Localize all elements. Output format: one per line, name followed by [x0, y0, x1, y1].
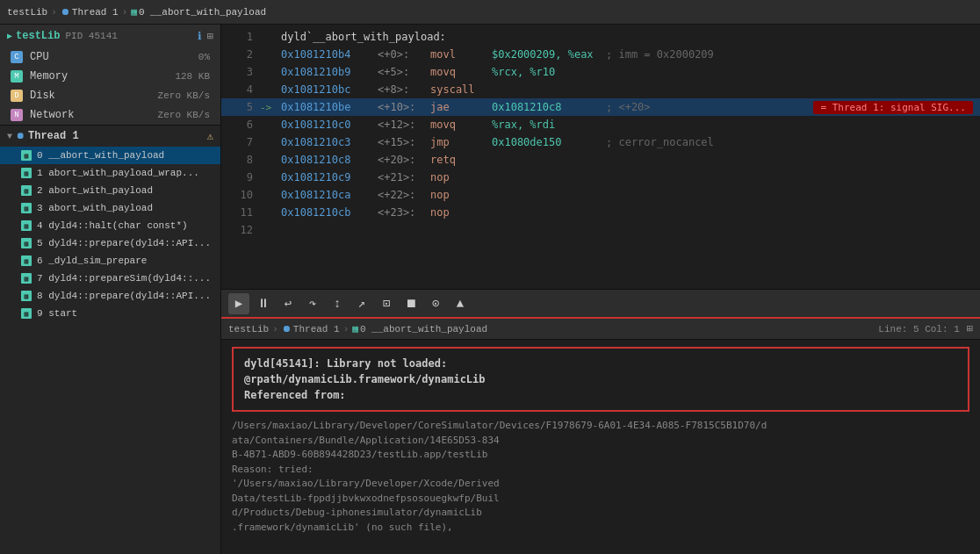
thread-frame-0[interactable]: ▦ 0 __abort_with_payload	[0, 147, 220, 164]
addr-3: 0x1081210b9	[281, 66, 378, 78]
comment-7: ; cerror_nocancel	[606, 136, 973, 148]
addr-8: 0x1081210c8	[281, 154, 378, 166]
continue-button[interactable]: ▶	[228, 293, 249, 314]
step-out-button[interactable]: ↷	[302, 293, 323, 314]
ln-12: 12	[228, 224, 253, 236]
addr-9: 0x1081210c9	[281, 171, 378, 183]
process-pid: PID 45141	[65, 31, 117, 41]
frame-icon-7: ▦	[21, 273, 32, 284]
console-frame-icon: ▦	[352, 323, 358, 335]
record-button[interactable]: ⊙	[425, 293, 446, 314]
frame-label-9: 9 start	[37, 308, 77, 319]
op-5: jae	[430, 101, 492, 113]
process-icon: ▶	[7, 31, 12, 41]
thread-header[interactable]: ▼ ⏺ Thread 1 ⚠	[0, 126, 220, 147]
thread-frame-8[interactable]: ▦ 8 dyld4::prepare(dyld4::API...	[0, 287, 220, 305]
step-over-button[interactable]: ⏸	[253, 293, 274, 314]
info-icon[interactable]: ℹ	[198, 30, 202, 43]
arg1-3: %rcx, %r10	[492, 66, 606, 78]
op-6: movq	[430, 119, 492, 131]
step-thread-button[interactable]: ↗	[351, 293, 372, 314]
asm-func-label: 1 dyld`__abort_with_payload:	[221, 28, 980, 46]
process-info: ▶ testLib PID 45141 ℹ ⊞ C CPU 0% M Memor…	[0, 25, 220, 126]
console-sep2: ›	[343, 324, 349, 335]
thread-frame-5[interactable]: ▦ 5 dyld4::prepare(dyld4::API...	[0, 234, 220, 252]
thread-frame-3[interactable]: ▦ 3 abort_with_payload	[0, 199, 220, 217]
thread-frame-4[interactable]: ▦ 4 dyld4::halt(char const*)	[0, 217, 220, 234]
thread-icon: ⏺	[61, 6, 70, 18]
instruction-step-button[interactable]: ↕	[327, 293, 348, 314]
asm-line-10: 10 0x1081210ca <+22>: nop	[221, 186, 980, 204]
asm-line-4: 4 0x1081210bc <+8>: syscall	[221, 81, 980, 98]
arg1-5: 0x1081210c8	[492, 101, 606, 113]
expand-icon[interactable]: ⊞	[967, 322, 973, 335]
disk-resource-icon: D	[11, 90, 23, 102]
breakpoints-button[interactable]: ⊡	[376, 293, 397, 314]
derived-path-3: d/Products/Debug-iphonesimulator/dynamic…	[232, 506, 969, 521]
off-9: <+21>:	[378, 171, 430, 183]
disassembly-view: 1 dyld`__abort_with_payload: 2 0x1081210…	[221, 25, 980, 289]
stop-button[interactable]: ⏹	[400, 293, 422, 314]
network-resource-icon: N	[11, 109, 23, 121]
error-box: dyld[45141]: Library not loaded: @rpath/…	[232, 347, 969, 412]
path-line-1: /Users/maxiao/Library/Developer/CoreSimu…	[232, 419, 969, 434]
frame-icon-8: ▦	[21, 291, 32, 301]
memory-resource-icon: M	[11, 70, 23, 83]
breadcrumb-sep1: ›	[51, 7, 57, 18]
op-11: nop	[430, 206, 492, 219]
frame-icon-9: ▦	[21, 308, 32, 319]
thread-label: Thread 1	[28, 130, 79, 142]
thread-frame-2[interactable]: ▦ 2 abort_with_payload	[0, 182, 220, 199]
content-area: 1 dyld`__abort_with_payload: 2 0x1081210…	[221, 25, 980, 554]
off-6: <+12>:	[378, 119, 430, 131]
frame-label-3: 3 abort_with_payload	[37, 203, 153, 213]
frame-icon-4: ▦	[21, 220, 32, 231]
thread-frame-1[interactable]: ▦ 1 abort_with_payload_wrap...	[0, 164, 220, 182]
op-10: nop	[430, 189, 492, 201]
cpu-icon[interactable]: ⊞	[207, 30, 213, 43]
view-button[interactable]: ▲	[450, 293, 471, 314]
asm-line-12: 12	[221, 221, 980, 239]
ln-10: 10	[228, 189, 253, 201]
asm-line-7: 7 0x1081210c3 <+15>: jmp 0x1080de150 ; c…	[221, 133, 980, 151]
frame-label-2: 2 abort_with_payload	[37, 185, 153, 196]
asm-line-9: 9 0x1081210c9 <+21>: nop	[221, 169, 980, 186]
asm-line-8: 8 0x1081210c8 <+20>: retq	[221, 151, 980, 169]
process-row: ▶ testLib PID 45141 ℹ ⊞	[0, 25, 220, 47]
ln-2: 2	[228, 48, 253, 61]
thread-frame-9[interactable]: ▦ 9 start	[0, 305, 220, 322]
console-bc-testlib: testLib	[228, 324, 269, 335]
frame-label-8: 8 dyld4::prepare(dyld4::API...	[37, 291, 211, 301]
error-line-1: dyld[45141]: Library not loaded:	[244, 356, 957, 371]
asm-line-5: 5 -> 0x1081210be <+10>: jae 0x1081210c8 …	[221, 98, 980, 116]
asm-line-2: 2 0x1081210b4 <+0>: movl $0x2000209, %ea…	[221, 46, 980, 63]
ln-9: 9	[228, 171, 253, 183]
frame-label-5: 5 dyld4::prepare(dyld4::API...	[37, 238, 211, 248]
op-7: jmp	[430, 136, 492, 148]
arg1-6: %rax, %rdi	[492, 119, 606, 131]
disk-value: Zero KB/s	[158, 90, 210, 101]
top-bar: testLib › ⏺ Thread 1 › ▦ 0 __abort_with_…	[0, 0, 980, 25]
cpu-value: 0%	[198, 52, 210, 62]
off-8: <+20>:	[378, 154, 430, 166]
addr-5: 0x1081210be	[281, 101, 378, 113]
console-bc-func: 0 __abort_with_payload	[360, 324, 487, 335]
path-line-3: B-4B71-ABD9-60B894428D23/testLib.app/tes…	[232, 448, 969, 463]
frame-icon-5: ▦	[21, 238, 32, 248]
thread-circle-icon: ⏺	[16, 131, 25, 141]
thread-frame-7[interactable]: ▦ 7 dyld4::prepareSim(dyld4::...	[0, 270, 220, 287]
frame-label-7: 7 dyld4::prepareSim(dyld4::...	[37, 273, 211, 284]
ln-5: 5	[228, 101, 253, 113]
resource-disk: D Disk Zero KB/s	[0, 86, 220, 105]
console-content: dyld[45141]: Library not loaded: @rpath/…	[221, 340, 980, 554]
chevron-down-icon: ▼	[7, 132, 12, 141]
addr-4: 0x1081210bc	[281, 83, 378, 96]
step-in-button[interactable]: ↩	[277, 293, 299, 314]
ln-4: 4	[228, 83, 253, 96]
memory-label: Memory	[30, 70, 175, 83]
thread-frame-6[interactable]: ▦ 6 _dyld_sim_prepare	[0, 252, 220, 270]
op-8: retq	[430, 154, 492, 166]
op-3: movq	[430, 66, 492, 78]
disk-label: Disk	[30, 90, 158, 102]
op-4: syscall	[430, 83, 492, 96]
